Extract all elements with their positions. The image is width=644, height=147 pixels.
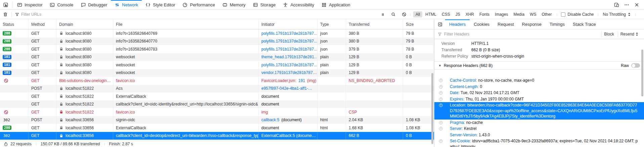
column-header-initiator[interactable]: Initiator [259,19,317,29]
details-tab-timings[interactable]: Timings [546,19,569,29]
finish-time: Finish: 2.87 s [105,141,137,147]
details-tab-request[interactable]: Request [493,19,518,29]
details-tab-cookies[interactable]: Cookies [470,19,493,29]
method-label: GET [31,39,40,44]
transferred-label: 379 B [349,47,359,52]
cell-type: plain [317,53,346,61]
toolbox-tab-performance[interactable]: Performance [179,0,218,9]
request-row[interactable]: POSTlocalhost:51822Acse957f897-042e-4ba1… [0,85,434,93]
file-label: callback?client_id=desktop&redirect_uri=… [116,133,259,138]
request-row[interactable]: 200GETlocalhost:8080info?t=1635826640769… [0,29,434,38]
filter-chip-other[interactable]: Other [539,11,554,17]
help-icon[interactable] [439,85,443,89]
request-row[interactable]: 101GETlocalhost:8080websocketvendor.1791… [0,69,434,77]
help-icon[interactable] [439,97,443,101]
column-header-transferred[interactable]: Transferred [346,19,403,29]
help-icon[interactable] [439,78,443,83]
request-row[interactable]: GETlocalhost:51822favicon.icoimgCSP [0,108,434,116]
tab-label: Inspector [25,2,42,7]
filter-chip-js[interactable]: JS [453,11,463,17]
toolbox-tab-console[interactable]: Console [46,0,77,9]
column-header-status[interactable]: Status [0,19,29,29]
filter-urls-input[interactable]: Filter URLs [12,12,41,17]
lock-icon [59,86,63,91]
responsive-design-icon[interactable] [614,2,619,7]
node-picker-button[interactable] [0,0,12,9]
request-row[interactable]: 101GETlocalhost:8080websockettheme_head.… [0,53,434,61]
block-url-button[interactable]: Block [601,31,616,37]
request-row[interactable]: GETlocalhost:51822ExternalCallbackdocume… [0,92,434,100]
toolbox-tab-debugger[interactable]: Debugger [77,0,111,9]
details-tab-stack-trace[interactable]: Stack Trace [569,19,600,29]
initiator-link[interactable]: vendor.1791b137de281b787… [261,70,317,75]
request-row[interactable]: GET8bit-solutions-dev.onelogin…favicon.i… [0,77,434,85]
filter-chip-all[interactable]: All [413,11,422,17]
help-icon[interactable] [439,103,443,107]
request-row[interactable]: 302POSTlocalhost:33656signin-oidccallbac… [0,116,434,124]
column-header-type[interactable]: Type [317,19,346,29]
filter-headers-input[interactable]: Filter Headers [444,32,469,36]
initiator-link[interactable]: theme_head.1791b137de281… [261,55,317,59]
cell-method: GET [29,100,56,108]
filter-chip-images[interactable]: Images [492,11,510,17]
disable-cache-checkbox[interactable] [561,12,565,17]
request-row[interactable]: 302GETlocalhost:33656callback?client_id=… [0,132,434,140]
toolbox-tab-storage[interactable]: Storage [249,0,280,9]
raw-toggle[interactable] [631,63,640,68]
initiator-link[interactable]: e957f897-042e-4ba1-aff1-… [261,86,312,91]
toolbox-tab-memory[interactable]: Memory [219,0,249,9]
details-tab-headers[interactable]: Headers [445,19,470,29]
filter-chip-css[interactable]: CSS [439,11,453,17]
help-icon[interactable] [439,91,443,95]
divider [557,13,557,16]
transferred-label: 1.68 KB [349,126,363,130]
initiator-link[interactable]: callback:5 [261,118,279,122]
tab-label: Performance [190,2,215,7]
column-header-file[interactable]: File [113,19,259,29]
request-row[interactable]: 101GETlocalhost:8080websocketpolyfills.1… [0,61,434,69]
request-row[interactable]: 200GETlocalhost:8080info?t=1635826640783… [0,45,434,53]
toolbox-tab-style-editor[interactable]: Style Editor [142,0,179,9]
search-button[interactable] [388,12,399,17]
initiator-link[interactable]: polyfills.1791b137de281b787… [261,31,317,36]
cell-initiator: vendor.1791b137de281b787… [259,69,317,77]
block-requests-button[interactable] [399,12,410,17]
request-row[interactable]: 200GETlocalhost:33656ExternalCallbackdoc… [0,124,434,132]
column-header-size[interactable]: Size [403,19,434,29]
throttling-dropdown[interactable]: No Throttling [599,12,635,17]
column-header-method[interactable]: Method [29,19,56,29]
toolbox-window-controls [614,0,644,9]
close-icon[interactable] [634,2,639,7]
toolbox-tab-inspector[interactable]: Inspector [13,0,46,9]
response-headers-section-header[interactable]: ▼ Response Headers (662 B) Raw [434,62,644,70]
initiator-link[interactable]: polyfills.1791b137de281b787… [261,39,317,44]
cell-file: info?t=1635826640783 [113,45,259,53]
meatballs-menu-icon[interactable] [624,2,629,7]
filter-chip-xhr[interactable]: XHR [463,11,476,17]
disable-cache-control[interactable]: Disable Cache [558,12,597,17]
help-icon[interactable] [439,139,443,143]
help-icon[interactable] [439,121,443,125]
request-row[interactable]: 200GETlocalhost:8080info?t=1635826640770… [0,38,434,46]
cell-initiator: polyfills.1791b137de281b787… [259,61,317,69]
pause-traffic-button[interactable] [378,12,388,17]
details-scrollbar-thumb[interactable] [641,50,643,96]
initiator-link[interactable]: polyfills.1791b137de281b787… [261,47,317,52]
toolbox-tab-application[interactable]: Application [318,0,354,9]
filter-chip-html[interactable]: HTML [423,11,439,17]
column-header-domain[interactable]: Domain [56,19,113,29]
details-pane-toggle-button[interactable] [434,19,445,29]
request-row[interactable]: GETlocalhost:51822callback?client_id=oid… [0,100,434,108]
toolbox-tab-accessibility[interactable]: Accessibility [279,0,318,9]
initiator-link[interactable]: 191 [298,78,305,83]
filter-chip-media[interactable]: Media [511,11,527,17]
clear-requests-button[interactable] [0,12,11,17]
request-list-scrollbar-thumb[interactable] [431,73,433,144]
filter-chip-ws[interactable]: WS [527,11,539,17]
filter-chip-fonts[interactable]: Fonts [477,11,492,17]
details-tab-response[interactable]: Response [518,19,546,29]
toolbox-tab-network[interactable]: Network [111,0,142,9]
help-icon[interactable] [439,127,443,131]
initiator-link[interactable]: polyfills.1791b137de281b787… [261,63,317,67]
resend-button[interactable]: Resend [618,31,641,37]
